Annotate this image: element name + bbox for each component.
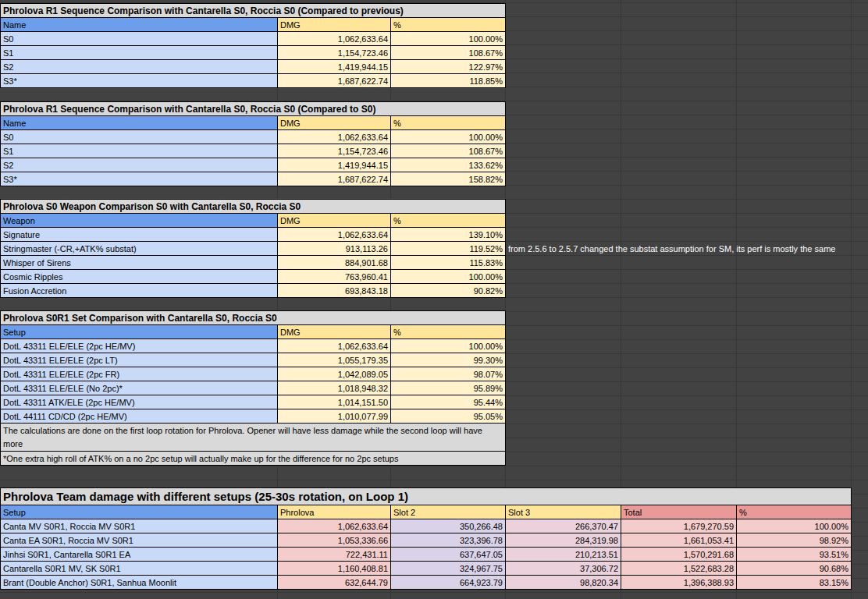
pct-cell[interactable]: 158.82% xyxy=(391,172,506,186)
name-cell[interactable]: S2 xyxy=(1,60,278,74)
setup-cell[interactable]: Brant (Double Anchor) S0R1, Sanhua Moonl… xyxy=(1,576,278,590)
table-title[interactable]: Phrolova R1 Sequence Comparison with Can… xyxy=(1,102,506,116)
pct-cell[interactable]: 118.85% xyxy=(391,74,506,88)
pct-cell[interactable]: 108.67% xyxy=(391,144,506,158)
pct-column-header[interactable]: % xyxy=(391,18,506,32)
setup-cell[interactable]: DotL 44111 CD/CD (2pc HE/MV) xyxy=(1,409,278,424)
slot3-column-header[interactable]: Slot 3 xyxy=(506,505,621,519)
name-cell[interactable]: S0 xyxy=(1,130,278,144)
pct-cell[interactable]: 119.52% xyxy=(391,242,506,256)
setup-cell[interactable]: DotL 43311 ELE/ELE (2pc HE/MV) xyxy=(1,339,278,353)
dmg-cell[interactable]: 1,687,622.74 xyxy=(278,172,391,186)
table-title[interactable]: Phrolova R1 Sequence Comparison with Can… xyxy=(1,4,506,18)
pct-column-header[interactable]: % xyxy=(737,505,852,519)
table-title[interactable]: Phrolova Team damage with different setu… xyxy=(1,488,852,505)
slot2-dmg-cell[interactable]: 664,923.79 xyxy=(391,576,506,590)
pct-cell[interactable]: 90.82% xyxy=(391,284,506,298)
pct-cell[interactable]: 100.00% xyxy=(737,519,852,533)
dmg-cell[interactable]: 1,014,151.50 xyxy=(278,395,391,409)
slot2-dmg-cell[interactable]: 637,647.05 xyxy=(391,548,506,562)
pct-cell[interactable]: 100.00% xyxy=(391,270,506,284)
total-dmg-cell[interactable]: 1,522,683.28 xyxy=(621,562,737,576)
weapon-cell[interactable]: Fusion Accretion xyxy=(1,284,278,298)
slot3-dmg-cell[interactable]: 284,319.98 xyxy=(506,533,621,548)
setup-cell[interactable]: Cantarella S0R1 MV, SK S0R1 xyxy=(1,562,278,576)
dmg-cell[interactable]: 1,154,723.46 xyxy=(278,46,391,60)
dmg-cell[interactable]: 913,113.26 xyxy=(278,242,391,256)
setup-column-header[interactable]: Setup xyxy=(1,505,278,519)
total-dmg-cell[interactable]: 1,396,388.93 xyxy=(621,576,737,590)
pct-cell[interactable]: 95.05% xyxy=(391,409,506,424)
phrolova-dmg-cell[interactable]: 1,062,633.64 xyxy=(278,519,391,533)
slot3-dmg-cell[interactable]: 37,306.72 xyxy=(506,562,621,576)
name-cell[interactable]: S0 xyxy=(1,32,278,46)
pct-cell[interactable]: 100.00% xyxy=(391,32,506,46)
weapon-cell[interactable]: Whisper of Sirens xyxy=(1,256,278,270)
dmg-column-header[interactable]: DMG xyxy=(278,325,391,339)
name-column-header[interactable]: Name xyxy=(1,116,278,130)
total-column-header[interactable]: Total xyxy=(621,505,737,519)
name-cell[interactable]: S3* xyxy=(1,74,278,88)
name-column-header[interactable]: Name xyxy=(1,18,278,32)
weapon-cell[interactable]: Signature xyxy=(1,228,278,242)
dmg-cell[interactable]: 763,960.41 xyxy=(278,270,391,284)
setup-cell[interactable]: Canta MV S0R1, Roccia MV S0R1 xyxy=(1,519,278,533)
pct-cell[interactable]: 139.10% xyxy=(391,228,506,242)
setup-cell[interactable]: Canta EA S0R1, Roccia MV S0R1 xyxy=(1,533,278,548)
name-cell[interactable]: S3* xyxy=(1,172,278,186)
pct-cell[interactable]: 133.62% xyxy=(391,158,506,172)
setup-cell[interactable]: DotL 43311 ELE/ELE (2pc FR) xyxy=(1,367,278,381)
name-cell[interactable]: S1 xyxy=(1,144,278,158)
dmg-column-header[interactable]: DMG xyxy=(278,214,391,228)
dmg-cell[interactable]: 1,062,633.64 xyxy=(278,228,391,242)
total-dmg-cell[interactable]: 1,570,291.68 xyxy=(621,548,737,562)
pct-cell[interactable]: 122.97% xyxy=(391,60,506,74)
dmg-cell[interactable]: 1,042,089.05 xyxy=(278,367,391,381)
phrolova-dmg-cell[interactable]: 1,160,408.81 xyxy=(278,562,391,576)
phrolova-column-header[interactable]: Phrolova xyxy=(278,505,391,519)
pct-cell[interactable]: 93.51% xyxy=(737,548,852,562)
table-title[interactable]: Phrolova S0R1 Set Comparison with Cantar… xyxy=(1,311,506,325)
slot3-dmg-cell[interactable]: 210,213.51 xyxy=(506,548,621,562)
dmg-cell[interactable]: 1,154,723.46 xyxy=(278,144,391,158)
dmg-cell[interactable]: 1,018,948.32 xyxy=(278,381,391,395)
pct-cell[interactable]: 100.00% xyxy=(391,339,506,353)
slot3-dmg-cell[interactable]: 266,370.47 xyxy=(506,519,621,533)
phrolova-dmg-cell[interactable]: 632,644.79 xyxy=(278,576,391,590)
pct-cell[interactable]: 95.89% xyxy=(391,381,506,395)
slot2-column-header[interactable]: Slot 2 xyxy=(391,505,506,519)
setup-column-header[interactable]: Setup xyxy=(1,325,278,339)
dmg-cell[interactable]: 1,419,944.15 xyxy=(278,158,391,172)
pct-cell[interactable]: 100.00% xyxy=(391,130,506,144)
stringmaster-update-note[interactable]: from 2.5.6 to 2.5.7 changed the substat … xyxy=(508,242,835,256)
weapon-cell[interactable]: Cosmic Ripples xyxy=(1,270,278,284)
pct-cell[interactable]: 99.30% xyxy=(391,353,506,367)
pct-column-header[interactable]: % xyxy=(391,325,506,339)
dmg-cell[interactable]: 1,010,077.99 xyxy=(278,409,391,424)
phrolova-dmg-cell[interactable]: 1,053,336.66 xyxy=(278,533,391,548)
weapon-column-header[interactable]: Weapon xyxy=(1,214,278,228)
setup-cell[interactable]: DotL 43311 ATK/ELE (2pc HE/MV) xyxy=(1,395,278,409)
slot2-dmg-cell[interactable]: 324,967.75 xyxy=(391,562,506,576)
dmg-column-header[interactable]: DMG xyxy=(278,18,391,32)
dmg-cell[interactable]: 1,419,944.15 xyxy=(278,60,391,74)
setup-cell[interactable]: Jinhsi S0R1, Cantarella S0R1 EA xyxy=(1,548,278,562)
pct-cell[interactable]: 98.07% xyxy=(391,367,506,381)
dmg-column-header[interactable]: DMG xyxy=(278,116,391,130)
dmg-cell[interactable]: 1,055,179.35 xyxy=(278,353,391,367)
pct-cell[interactable]: 108.67% xyxy=(391,46,506,60)
pct-cell[interactable]: 98.92% xyxy=(737,533,852,548)
pct-column-header[interactable]: % xyxy=(391,214,506,228)
total-dmg-cell[interactable]: 1,679,270.59 xyxy=(621,519,737,533)
setup-cell[interactable]: DotL 43311 ELE/ELE (2pc LT) xyxy=(1,353,278,367)
atk-roll-note[interactable]: *One extra high roll of ATK% on a no 2pc… xyxy=(1,452,506,466)
name-cell[interactable]: S2 xyxy=(1,158,278,172)
pct-cell[interactable]: 83.15% xyxy=(737,576,852,590)
table-title[interactable]: Phrolova S0 Weapon Comparison S0 with Ca… xyxy=(1,200,506,214)
dmg-cell[interactable]: 1,062,633.64 xyxy=(278,339,391,353)
dmg-cell[interactable]: 1,062,633.64 xyxy=(278,32,391,46)
dmg-cell[interactable]: 693,843.18 xyxy=(278,284,391,298)
total-dmg-cell[interactable]: 1,661,053.41 xyxy=(621,533,737,548)
dmg-cell[interactable]: 884,901.68 xyxy=(278,256,391,270)
weapon-cell[interactable]: Stringmaster (-CR,+ATK% substat) xyxy=(1,242,278,256)
